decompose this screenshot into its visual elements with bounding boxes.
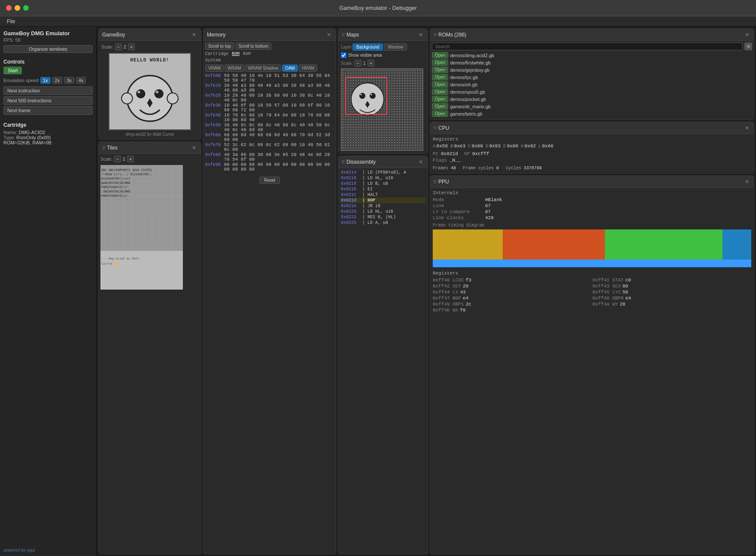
- memory-reset-button[interactable]: Reset: [259, 177, 280, 184]
- window-title: GameBoy emulator - Debugger: [339, 5, 417, 11]
- vram-tab[interactable]: VRAM: [205, 64, 224, 72]
- frame-timing-diagram: [433, 229, 751, 268]
- open-rom-button[interactable]: Open: [432, 74, 448, 80]
- wram-tab[interactable]: WRAM: [225, 64, 244, 72]
- scale-increase-button[interactable]: +: [128, 43, 135, 50]
- tiles-scale-increase[interactable]: +: [127, 156, 134, 162]
- svg-point-2: [136, 89, 145, 98]
- show-visible-area-checkbox[interactable]: [341, 52, 346, 58]
- open-rom-button[interactable]: Open: [432, 52, 448, 58]
- emu-speed-label: Emulation speed: [3, 78, 39, 83]
- table-row: 0xfe70 52 3c 62 0c 00 6c 62 68 00 10 40 …: [205, 143, 334, 152]
- open-rom-button[interactable]: Open: [432, 67, 448, 73]
- sidebar-footer: powered by egui: [3, 539, 93, 553]
- ppu-reg-scx: 0xff43 SCX 00: [592, 284, 751, 289]
- svg-point-8: [167, 93, 178, 104]
- scroll-to-top-button[interactable]: Scroll to top: [205, 43, 234, 50]
- cpu-frames-row: Frames 48 Frame cycles 0 Cycles 3378780: [433, 166, 751, 171]
- list-item: Open demos/pocket.gb: [432, 96, 752, 102]
- svg-text:PQRSTUVWXYZ{|}~: PQRSTUVWXYZ{|}~: [101, 194, 128, 198]
- ppu-internals-label: Internals: [433, 190, 751, 196]
- next-frame-button[interactable]: Next frame: [3, 106, 93, 115]
- cpu-reg-c: C 0x00: [468, 144, 483, 149]
- list-item: Open demos/dmg-acid2.gb: [432, 52, 752, 58]
- speed-3x-button[interactable]: 3x: [64, 77, 74, 84]
- next-500-instructions-button[interactable]: Next 500 instructions: [3, 96, 93, 105]
- timing-bar: [433, 229, 751, 260]
- start-button[interactable]: Start: [3, 67, 22, 74]
- show-visible-area-control: Show visible area: [341, 52, 425, 58]
- speed-4x-button[interactable]: 4x: [76, 77, 86, 84]
- open-rom-button[interactable]: Open: [432, 89, 448, 95]
- table-row: 0x0220 | LD HL, u16: [340, 209, 426, 214]
- disassembly-current-row: 0x021d | NOP: [340, 198, 426, 203]
- gameboy-screen: HELLO WORLD!: [109, 53, 191, 130]
- roms-search-input[interactable]: [432, 43, 743, 50]
- cpu-registers-label: Registers: [433, 137, 751, 142]
- minimize-button[interactable]: [15, 5, 20, 11]
- ppu-registers-grid: 0xff40 LCDC f3 0xff41 STAT c0 0xff42 SCY…: [433, 278, 751, 313]
- roms-title: ROMs (286): [438, 32, 466, 38]
- table-row: 0xfe40 10 70 6c 00 10 70 64 6e 00 10 70 …: [205, 113, 334, 122]
- column-4: ▽ ROMs (286) ✕ ✕ Open demos/dmg-acid2.gb: [430, 28, 754, 554]
- close-button[interactable]: [6, 5, 12, 11]
- table-row: 0xfe00 59 50 40 10 4e 10 51 53 30 64 30 …: [205, 73, 334, 83]
- maps-scale-value: 1: [363, 61, 366, 66]
- speed-1x-button[interactable]: 1x: [40, 77, 51, 84]
- maps-close-button[interactable]: ✕: [417, 31, 424, 38]
- memory-close-button[interactable]: ✕: [325, 31, 332, 38]
- emulation-speed-control: Emulation speed 1x 2x 3x 4x: [3, 77, 93, 84]
- maps-viewport-rect: [345, 77, 387, 115]
- rom-path: demos/firstwhite.gb: [450, 60, 491, 65]
- gameboy-close-button[interactable]: ✕: [191, 31, 197, 38]
- scroll-to-bottom-button[interactable]: Scroll to bottom: [236, 43, 271, 50]
- background-tab[interactable]: Background: [352, 43, 383, 51]
- svg-text:PQRSTUVWXYZ[\]^_: PQRSTUVWXYZ[\]^_: [101, 186, 131, 189]
- maximize-button[interactable]: [23, 5, 29, 11]
- table-row: 0x0214 | LD (FF00+u0), A: [340, 170, 426, 175]
- gameboy-display-svg: [113, 57, 186, 126]
- show-visible-area-label: Show visible area: [348, 53, 382, 58]
- timing-segment-hblank: [605, 229, 723, 260]
- table-row: 0xfe80 40 3a 06 00 38 06 3e 05 20 48 4e …: [205, 153, 334, 162]
- maps-layer-tabs: Layer Background Window: [341, 43, 425, 51]
- cartridge-tab-label: Cartridge: [205, 52, 228, 56]
- list-item: Open games/tetris.gb: [432, 110, 752, 117]
- maps-scale-increase[interactable]: +: [367, 60, 374, 67]
- next-instruction-button[interactable]: Next instruction: [3, 86, 93, 95]
- cpu-reg-b: B 0xe3: [450, 144, 465, 149]
- ppu-reg-wy: 0xff4a WY 28: [592, 302, 751, 307]
- oam-tab[interactable]: OAM: [282, 64, 298, 72]
- maps-scale-decrease[interactable]: −: [355, 60, 361, 67]
- speed-2x-button[interactable]: 2x: [52, 77, 63, 84]
- open-rom-button[interactable]: Open: [432, 103, 448, 110]
- cpu-panel: ▽ CPU ✕ Registers A 0x58 B 0xe3: [430, 122, 754, 174]
- open-rom-button[interactable]: Open: [432, 96, 448, 102]
- cartridge-type: Type: RomOnly (0x00): [3, 135, 93, 140]
- tiles-svg: GBC ONLYSUPPORTS SAVE STATES !"#$%&'()*+…: [100, 165, 183, 290]
- column-1: GameBoy ✕ Scale: − 2 + HELLO WORLD!: [98, 28, 201, 554]
- tiles-close-button[interactable]: ✕: [191, 144, 197, 151]
- rom-tab[interactable]: ROM: [232, 52, 240, 56]
- ppu-close-button[interactable]: ✕: [744, 178, 750, 185]
- cpu-close-button[interactable]: ✕: [744, 125, 750, 131]
- organize-windows-button[interactable]: Organize windows: [3, 45, 93, 53]
- ram-tab[interactable]: RAM: [243, 52, 251, 56]
- disassembly-close-button[interactable]: ✕: [417, 159, 424, 165]
- scale-decrease-button[interactable]: −: [115, 43, 122, 50]
- open-rom-button[interactable]: Open: [432, 81, 448, 88]
- menu-file[interactable]: File: [3, 18, 18, 25]
- svg-point-7: [121, 93, 133, 104]
- tiles-scale-decrease[interactable]: −: [114, 156, 121, 162]
- maps-panel: ▽ Maps ✕ Layer Background Window Show vi…: [338, 28, 428, 154]
- open-rom-button[interactable]: Open: [432, 110, 448, 117]
- window-tab[interactable]: Window: [384, 43, 407, 51]
- roms-search-clear-button[interactable]: ✕: [744, 43, 752, 50]
- open-rom-button[interactable]: Open: [432, 59, 448, 66]
- wram-shadow-tab[interactable]: WRAM Shadow: [245, 64, 282, 72]
- scale-label: Scale:: [101, 45, 113, 49]
- roms-close-button[interactable]: ✕: [744, 31, 750, 38]
- hram-tab[interactable]: HRAM: [299, 64, 317, 72]
- rom-path: games/tetris.gb: [450, 111, 482, 116]
- memory-content: Scroll to top Scroll to bottom Cartridge…: [203, 41, 336, 186]
